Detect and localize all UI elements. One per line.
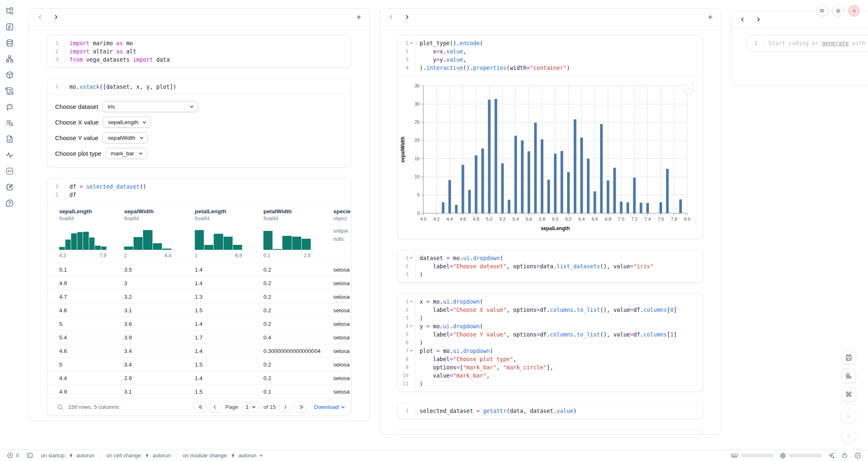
sidebar-item-tracing[interactable]: [5, 150, 14, 160]
fold-marker-icon[interactable]: [409, 322, 414, 330]
code-line[interactable]: 3 y=y.value,: [398, 55, 703, 64]
code-line[interactable]: 1dataset = mo.ui.dropdown(: [398, 254, 703, 262]
column-header[interactable]: petalLengthfloat6416.9: [190, 203, 259, 263]
code-editor[interactable]: 1import marimo as mo2import altair as al…: [48, 35, 351, 67]
download-button[interactable]: Download: [314, 404, 345, 410]
code-line[interactable]: 4y = mo.ui.dropdown(: [398, 322, 703, 330]
first-page-button[interactable]: [194, 401, 206, 413]
keyboard-shortcuts-button[interactable]: ⌘: [842, 387, 856, 401]
code-line[interactable]: 2 label="Choose X value", options=df.col…: [398, 306, 703, 314]
code-line[interactable]: 7plot = mo.ui.dropdown(: [398, 347, 703, 355]
code-line[interactable]: 10 value="mark_bar",: [398, 371, 703, 380]
on-cell-change-setting[interactable]: on cell change: autorun: [106, 452, 171, 459]
save-button[interactable]: [842, 350, 856, 364]
table-row[interactable]: 53.61.40.2setosa: [48, 317, 351, 330]
connection-status[interactable]: [854, 452, 861, 459]
search-icon[interactable]: [57, 404, 63, 410]
code-editor[interactable]: 1Start coding or generate with AI: [747, 35, 868, 51]
sidebar-item-logs[interactable]: [5, 86, 14, 96]
last-page-button[interactable]: [295, 401, 307, 413]
code-line[interactable]: 3): [398, 270, 703, 279]
error-count-indicator[interactable]: 0: [7, 452, 19, 459]
x-value-select[interactable]: sepalLength: [103, 117, 151, 128]
page-number-select[interactable]: 1: [242, 402, 260, 413]
column-header[interactable]: petalWidthfloat640.12.5: [259, 203, 328, 263]
code-line[interactable]: 4).interactive().properties(width="conta…: [398, 64, 703, 72]
column-header[interactable]: sepalWidthfloat6424.4: [119, 203, 190, 263]
code-line[interactable]: 1plot_type().encode(: [398, 39, 703, 47]
memory-usage[interactable]: [731, 452, 773, 459]
code-editor[interactable]: 1selected_dataset = getattr(data, datase…: [398, 403, 703, 419]
menu-button[interactable]: [816, 5, 828, 16]
sidebar-item-outputs[interactable]: [5, 166, 14, 176]
table-row[interactable]: 4.93.11.50.1setosa: [48, 385, 351, 398]
sidebar-item-help[interactable]: [5, 198, 14, 208]
column-prev-button[interactable]: [37, 14, 43, 20]
terminal-button[interactable]: [26, 452, 33, 459]
table-row[interactable]: 5.43.91.70.4setosa: [48, 330, 351, 344]
code-line[interactable]: 1import marimo as mo: [48, 39, 351, 47]
column-header[interactable]: sepalLengthfloat644.37.9: [54, 203, 119, 263]
code-line[interactable]: 11): [398, 380, 703, 388]
sidebar-item-scratchpad[interactable]: [5, 182, 14, 192]
code-editor[interactable]: 1x = mo.ui.dropdown(2 label="Choose X va…: [398, 294, 703, 392]
sidebar-item-packages[interactable]: [5, 70, 14, 80]
sidebar-item-files[interactable]: [5, 6, 14, 16]
code-editor[interactable]: 1df = selected_dataset()2df: [48, 179, 351, 203]
on-startup-setting[interactable]: on startup: autorun: [41, 452, 95, 459]
sidebar-item-datasources[interactable]: [5, 38, 14, 48]
sidebar-item-documentation[interactable]: [5, 134, 14, 144]
code-line[interactable]: 1selected_dataset = getattr(data, datase…: [398, 407, 703, 415]
fold-marker-icon[interactable]: [409, 297, 414, 306]
plot-type-select[interactable]: mark_bar: [106, 148, 147, 159]
stop-button[interactable]: [841, 408, 856, 424]
code-line[interactable]: 3from vega_datasets import data: [48, 55, 351, 64]
code-line[interactable]: 5 label="Choose Y value", options=df.col…: [398, 330, 703, 339]
sidebar-item-snippets[interactable]: [5, 118, 14, 128]
cpu-usage[interactable]: [779, 452, 822, 459]
code-editor[interactable]: 1plot_type = getattr(alt.Chart(df), plot…: [398, 430, 703, 435]
code-line[interactable]: 1df = selected_dataset(): [48, 182, 351, 191]
code-line[interactable]: 3): [398, 314, 703, 322]
sidebar-item-variables[interactable]: [5, 22, 14, 32]
code-line[interactable]: 1Start coding or generate with AI: [747, 39, 868, 47]
on-module-change-setting[interactable]: on module change: autorun: [182, 452, 263, 459]
sidebar-item-dependencies[interactable]: [5, 54, 14, 64]
table-row[interactable]: 4.63.41.40.30000000000000004setosa: [48, 344, 351, 357]
code-line[interactable]: 1x = mo.ui.dropdown(: [398, 297, 703, 306]
code-line[interactable]: 8 label="Choose plot type",: [398, 355, 703, 363]
altair-chart[interactable]: 4.04.24.44.64.85.05.25.45.65.86.06.26.46…: [399, 81, 703, 235]
code-editor[interactable]: 1mo.vstack([dataset, x, y, plot]): [48, 79, 351, 95]
table-row[interactable]: 4.73.21.30.2setosa: [48, 290, 351, 303]
column-next-button[interactable]: [404, 14, 410, 20]
code-editor[interactable]: 1dataset = mo.ui.dropdown(2 label="Choos…: [398, 250, 703, 282]
run-button[interactable]: [841, 428, 856, 443]
add-cell-button[interactable]: +: [708, 13, 713, 21]
column-next-button[interactable]: [53, 14, 59, 20]
code-line[interactable]: 2df: [48, 191, 351, 199]
dataset-select[interactable]: iris: [102, 101, 198, 112]
fold-marker-icon[interactable]: [409, 254, 414, 262]
sidebar-item-chat[interactable]: [5, 102, 14, 112]
column-prev-button[interactable]: [388, 14, 394, 20]
table-row[interactable]: 4.42.91.40.2setosa: [48, 371, 351, 385]
layout-button[interactable]: [842, 369, 856, 383]
prev-page-button[interactable]: [209, 401, 222, 413]
code-line[interactable]: 1plot_type = getattr(alt.Chart(df), plot…: [398, 434, 703, 435]
column-prev-button[interactable]: [740, 17, 745, 22]
next-page-button[interactable]: [279, 401, 292, 413]
table-row[interactable]: 5.13.51.40.2setosa: [48, 263, 351, 276]
code-line[interactable]: 6): [398, 339, 703, 347]
fold-marker-icon[interactable]: [409, 347, 414, 355]
column-next-button[interactable]: [756, 17, 761, 22]
code-line[interactable]: 2import altair as alt: [48, 47, 351, 55]
table-row[interactable]: 4.63.11.50.2setosa: [48, 303, 351, 317]
table-row[interactable]: 4.931.40.2setosa: [48, 276, 351, 290]
copilot-status[interactable]: [841, 452, 848, 459]
settings-button[interactable]: [832, 5, 844, 16]
table-row[interactable]: 53.41.50.2setosa: [48, 357, 351, 371]
code-editor[interactable]: 1plot_type().encode(2 x=x.value,3 y=y.va…: [398, 35, 703, 76]
code-line[interactable]: 2 x=x.value,: [398, 47, 703, 55]
shutdown-button[interactable]: [848, 5, 860, 16]
add-cell-button[interactable]: +: [356, 13, 361, 21]
